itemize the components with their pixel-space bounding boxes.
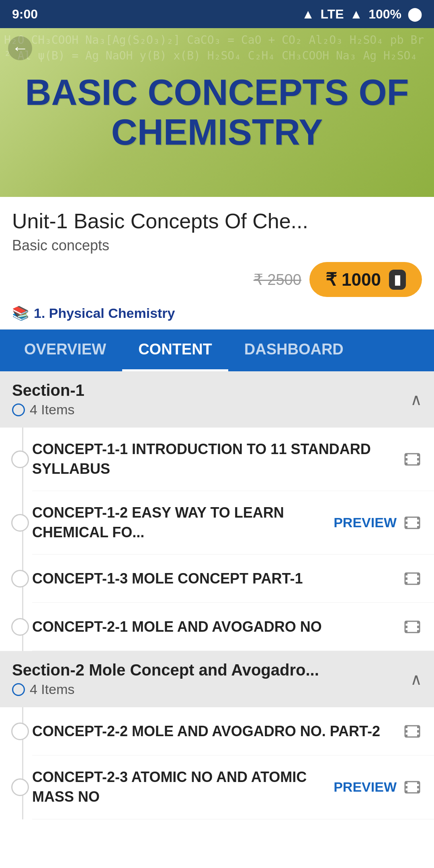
timeline-dot xyxy=(11,514,29,532)
section-2-circle-icon xyxy=(12,683,25,696)
svg-rect-1 xyxy=(405,454,407,456)
list-item[interactable]: CONCEPT-2-1 MOLE AND AVOGADRO NO xyxy=(32,603,434,651)
book-icon: 📚 xyxy=(12,305,29,321)
card-icon: ▮ xyxy=(389,270,406,290)
section-1-header[interactable]: Section-1 4 Items ∧ xyxy=(0,371,434,428)
content-list: Section-1 4 Items ∧ CONCEPT-1-1 INTRODUC… xyxy=(0,371,434,819)
svg-rect-24 xyxy=(405,630,407,633)
svg-rect-17 xyxy=(405,582,407,584)
section-2-items: CONCEPT-2-2 MOLE AND AVOGADRO NO. PART-2… xyxy=(0,707,434,819)
svg-rect-18 xyxy=(417,582,420,584)
list-item[interactable]: CONCEPT-1-3 MOLE CONCEPT PART-1 xyxy=(32,555,434,603)
svg-rect-38 xyxy=(405,790,407,793)
list-item[interactable]: CONCEPT-2-3 ATOMIC NO AND ATOMIC MASS NO… xyxy=(32,755,434,819)
battery-icon: ⬤ xyxy=(407,6,422,22)
svg-rect-5 xyxy=(405,458,407,461)
category-label: 1. Physical Chemistry xyxy=(34,305,175,321)
timeline-dot xyxy=(11,778,29,796)
item-text: CONCEPT-1-3 MOLE CONCEPT PART-1 xyxy=(32,569,403,589)
course-title: Unit-1 Basic Concepts Of Che... xyxy=(12,209,422,233)
svg-rect-25 xyxy=(417,630,420,633)
battery-display: 100% xyxy=(368,7,401,22)
price-row: ₹ 2500 ₹ 1000 ▮ xyxy=(12,262,422,297)
tab-dashboard[interactable]: DASHBOARD xyxy=(228,330,360,371)
svg-rect-20 xyxy=(417,577,420,580)
list-item[interactable]: CONCEPT-1-1 INTRODUCTION TO 11 STANDARD … xyxy=(32,428,434,491)
timeline-dot xyxy=(11,723,29,740)
course-info-section: Unit-1 Basic Concepts Of Che... Basic co… xyxy=(0,197,434,330)
svg-rect-10 xyxy=(405,526,407,528)
section-2-count: 4 Items xyxy=(30,682,74,697)
section-1-circle-icon xyxy=(12,403,25,416)
svg-rect-4 xyxy=(417,463,420,465)
original-price: ₹ 2500 xyxy=(254,271,301,289)
time-display: 9:00 xyxy=(12,7,38,22)
svg-rect-6 xyxy=(417,458,420,461)
item-text: CONCEPT-1-1 INTRODUCTION TO 11 STANDARD … xyxy=(32,440,403,479)
video-icon xyxy=(403,513,422,532)
preview-badge[interactable]: PREVIEW xyxy=(334,515,397,530)
video-icon xyxy=(403,569,422,588)
course-subtitle: Basic concepts xyxy=(12,237,422,254)
timeline-dot xyxy=(11,570,29,588)
svg-rect-23 xyxy=(417,621,420,624)
video-icon xyxy=(403,450,422,469)
video-icon xyxy=(403,722,422,741)
status-bar: 9:00 ▲ LTE ▲ 100% ⬤ xyxy=(0,0,434,28)
list-item[interactable]: CONCEPT-2-2 MOLE AND AVOGADRO NO. PART-2 xyxy=(32,707,434,755)
tab-overview[interactable]: OVERVIEW xyxy=(8,330,122,371)
current-price: ₹ 1000 xyxy=(326,269,381,290)
list-item[interactable]: CONCEPT-1-2 EASY WAY TO LEARN CHEMICAL F… xyxy=(32,491,434,555)
tab-content[interactable]: CONTENT xyxy=(122,330,228,371)
svg-rect-40 xyxy=(405,786,407,788)
item-text: CONCEPT-2-3 ATOMIC NO AND ATOMIC MASS NO xyxy=(32,768,334,807)
section-1-count: 4 Items xyxy=(30,402,74,418)
svg-rect-33 xyxy=(405,730,407,733)
svg-rect-12 xyxy=(405,522,407,524)
section-2-chevron-icon: ∧ xyxy=(410,670,422,688)
svg-rect-32 xyxy=(417,735,420,737)
video-icon xyxy=(403,778,422,797)
course-category: 📚 1. Physical Chemistry xyxy=(12,305,422,321)
timeline-dot xyxy=(11,618,29,636)
section-1-items: CONCEPT-1-1 INTRODUCTION TO 11 STANDARD … xyxy=(0,428,434,651)
back-button[interactable]: ← xyxy=(8,36,32,60)
svg-rect-3 xyxy=(405,463,407,465)
svg-rect-22 xyxy=(405,621,407,624)
status-indicators: ▲ LTE ▲ 100% ⬤ xyxy=(302,6,422,22)
course-banner: H₂O CH₃COOH Na₃[Ag(S₂O₃)₂] CaCO₃ = CaO +… xyxy=(0,28,434,197)
svg-rect-27 xyxy=(417,626,420,628)
preview-badge[interactable]: PREVIEW xyxy=(334,779,397,795)
buy-button[interactable]: ₹ 1000 ▮ xyxy=(309,262,422,297)
signal-icon: LTE xyxy=(320,7,344,22)
item-text: CONCEPT-2-2 MOLE AND AVOGADRO NO. PART-2 xyxy=(32,722,403,741)
svg-rect-34 xyxy=(417,730,420,733)
svg-rect-36 xyxy=(405,782,407,784)
network-icon: ▲ xyxy=(350,7,362,22)
svg-rect-16 xyxy=(417,573,420,575)
item-text: CONCEPT-2-1 MOLE AND AVOGADRO NO xyxy=(32,617,403,637)
section-1-title: Section-1 xyxy=(12,381,84,399)
svg-rect-2 xyxy=(417,454,420,456)
svg-rect-13 xyxy=(417,522,420,524)
svg-rect-29 xyxy=(405,726,407,728)
svg-rect-11 xyxy=(417,526,420,528)
tab-bar: OVERVIEW CONTENT DASHBOARD xyxy=(0,330,434,371)
svg-rect-9 xyxy=(417,517,420,520)
svg-rect-41 xyxy=(417,786,420,788)
svg-rect-37 xyxy=(417,782,420,784)
section-2-header[interactable]: Section-2 Mole Concept and Avogadro... 4… xyxy=(0,651,434,707)
svg-rect-8 xyxy=(405,517,407,520)
svg-rect-31 xyxy=(405,735,407,737)
section-1-chevron-icon: ∧ xyxy=(410,390,422,409)
video-icon xyxy=(403,617,422,637)
banner-title: BASIC CONCEPTS OF CHEMISTRY xyxy=(0,65,434,160)
item-text: CONCEPT-1-2 EASY WAY TO LEARN CHEMICAL F… xyxy=(32,503,334,542)
svg-rect-39 xyxy=(417,790,420,793)
svg-rect-26 xyxy=(405,626,407,628)
svg-rect-15 xyxy=(405,573,407,575)
wifi-icon: ▲ xyxy=(302,7,315,22)
section-2-title: Section-2 Mole Concept and Avogadro... xyxy=(12,661,319,679)
svg-rect-19 xyxy=(405,577,407,580)
timeline-dot xyxy=(11,450,29,468)
